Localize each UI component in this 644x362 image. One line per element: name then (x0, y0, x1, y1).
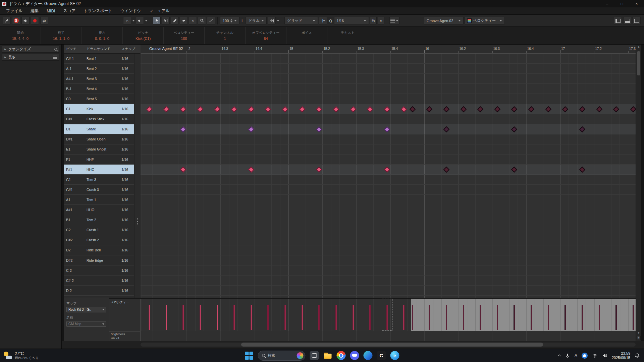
velocity-bar[interactable] (267, 305, 269, 330)
record-button[interactable] (31, 17, 39, 24)
taskbar-search-input[interactable]: 検索 (258, 351, 306, 361)
drum-list-row[interactable]: B1Tom 21/16 (64, 215, 134, 225)
velocity-bar[interactable] (548, 305, 549, 330)
cc-lane-header[interactable]: Brightness CC 74 (109, 331, 141, 341)
timeline-ruler[interactable]: Groove Agent SE 02 .214.314.41515.215.31… (141, 45, 636, 54)
drum-list-row[interactable]: G1Tom 31/16 (64, 175, 134, 185)
part-list-button[interactable] (389, 17, 399, 24)
drum-list-row[interactable]: A#1HHO1/16 (64, 205, 134, 215)
grid-type-dropdown[interactable]: グリッド (284, 17, 318, 24)
drum-list-row[interactable]: G#-1Beat 11/16 (64, 54, 134, 64)
info-field[interactable]: テキスト (327, 27, 368, 44)
velocity-bar[interactable] (182, 305, 184, 330)
velocity-bar[interactable] (284, 305, 286, 330)
drum-list-row[interactable]: C0Beat 51/16 (64, 94, 134, 104)
drum-sound-column-header[interactable]: ドラムサウンド (84, 47, 119, 51)
zoom-tool[interactable] (198, 17, 206, 24)
velocity-bar[interactable] (369, 305, 371, 330)
velocity-bar[interactable] (497, 305, 498, 330)
note-grid[interactable] (141, 54, 636, 298)
scroll-up-icon[interactable]: ▲ (636, 45, 641, 48)
disclosure-triangle-icon[interactable]: ▶ (4, 56, 6, 59)
volume-icon[interactable] (602, 353, 607, 358)
window-app-icon[interactable] (310, 351, 319, 360)
info-field[interactable]: ピッチKick (C1) (123, 27, 164, 44)
draw-tool[interactable] (171, 17, 179, 24)
velocity-bar[interactable] (166, 305, 167, 330)
vertical-scrollbar[interactable]: ▲ ▼ + (636, 45, 641, 341)
drum-list-row[interactable]: C1Kick1/16 (64, 104, 134, 114)
microphone-icon[interactable] (565, 353, 570, 358)
taskbar-clock[interactable]: 23:59 2025/09/15 (612, 351, 630, 360)
drum-list-row[interactable]: A1Tom 11/16 (64, 195, 134, 205)
velocity-bar[interactable] (302, 305, 303, 330)
velocity-bar[interactable] (353, 305, 354, 330)
pitch-column-header[interactable]: ピッチ (64, 47, 84, 51)
insert-velocity-control[interactable]: 100 (220, 17, 239, 24)
drum-list-row[interactable]: G#1Crash 31/16 (64, 185, 134, 195)
disclosure-triangle-icon[interactable]: ▶ (4, 48, 6, 51)
velocity-bar[interactable] (446, 305, 447, 330)
info-field[interactable]: 長さ0. 0. 1. 0 (82, 27, 123, 44)
part-name-label[interactable]: Groove Agent SE 02 (149, 47, 184, 51)
menu-item[interactable]: MIDI (43, 7, 59, 15)
menu-item[interactable]: トランスポート (79, 7, 116, 15)
lower-zone-toggle-button[interactable] (623, 17, 631, 24)
note-length-dropdown[interactable]: ドラム (246, 17, 267, 24)
velocity-bar[interactable] (531, 305, 532, 330)
apply-quantize-button[interactable]: % (370, 17, 377, 24)
close-button[interactable]: × (629, 0, 644, 7)
info-field-value[interactable]: 100 (181, 37, 187, 41)
velocity-bar[interactable] (565, 305, 566, 330)
pin-button[interactable] (3, 17, 11, 24)
info-field-value[interactable]: 0. 0. 1. 0 (95, 37, 109, 41)
velocity-bar[interactable] (335, 305, 337, 330)
chevron-down-icon[interactable] (132, 20, 135, 21)
velocity-bar[interactable] (217, 305, 218, 330)
info-field-value[interactable]: 1 (224, 37, 226, 41)
velocity-lane-header[interactable]: ベロシティー (109, 299, 141, 331)
drum-list-row[interactable]: D#2Ride Edge1/16 (64, 255, 134, 265)
drum-list-row[interactable]: C-21/16 (64, 265, 134, 276)
solo-button[interactable]: S (12, 17, 20, 24)
info-field[interactable]: 開始15. 4. 4. 0 (0, 27, 41, 44)
menu-item[interactable]: スコア (59, 7, 79, 15)
object-select-tool[interactable] (153, 17, 161, 24)
info-field[interactable]: ベロシティー100 (164, 27, 205, 44)
velocity-bar[interactable] (429, 305, 430, 330)
info-field[interactable]: オフベロシティー64 (246, 27, 286, 44)
info-field[interactable]: チャンネル1 (205, 27, 246, 44)
info-field-value[interactable]: — (305, 37, 309, 41)
velocity-bar[interactable] (318, 305, 320, 330)
window-zones-button[interactable]: ⌂ (123, 17, 131, 24)
velocity-bar[interactable] (200, 305, 201, 330)
velocity-bar[interactable] (233, 305, 235, 330)
menu-item[interactable]: ファイル (2, 7, 26, 15)
cubase-app-icon[interactable] (377, 351, 386, 360)
drum-list-row[interactable]: A-1Beat 21/16 (64, 64, 134, 74)
info-field-value[interactable]: 16. 1. 1. 0 (53, 37, 69, 41)
drum-list-row[interactable]: C#2Crash 21/16 (64, 235, 134, 245)
drum-list-row[interactable]: D-21/16 (64, 286, 134, 296)
velocity-bar[interactable] (480, 305, 481, 330)
event-colors-dropdown[interactable]: ベロシティー (465, 17, 505, 24)
menu-item[interactable]: マニュアル (145, 7, 173, 15)
menu-item[interactable]: 編集 (26, 7, 43, 15)
window-layout-button[interactable] (633, 17, 641, 24)
info-field[interactable]: ボイス— (286, 27, 327, 44)
loop-button[interactable]: ⇄ (40, 17, 48, 24)
snap-toggle-button[interactable]: -|+ (319, 17, 327, 24)
drum-list-row[interactable]: C#-21/16 (64, 276, 134, 286)
left-zone-toggle-button[interactable] (614, 17, 622, 24)
erase-tool[interactable] (180, 17, 188, 24)
list-grid-divider[interactable] (134, 54, 141, 298)
velocity-bar[interactable] (463, 305, 464, 330)
horizontal-scroll-thumb[interactable] (241, 343, 543, 347)
quantize-panel-button[interactable]: e (378, 17, 384, 24)
snap-column-header[interactable]: スナップ (119, 47, 141, 51)
taskbar-weather-widget[interactable]: 27°C 晴れのちくもり (3, 351, 39, 360)
drum-map-dropdown[interactable]: Rock Kit 3 - Gr. (66, 307, 106, 312)
insert-velocity-value[interactable]: 100 (223, 19, 229, 23)
wifi-icon[interactable] (592, 353, 598, 358)
info-field-value[interactable]: 15. 4. 4. 0 (12, 37, 29, 41)
